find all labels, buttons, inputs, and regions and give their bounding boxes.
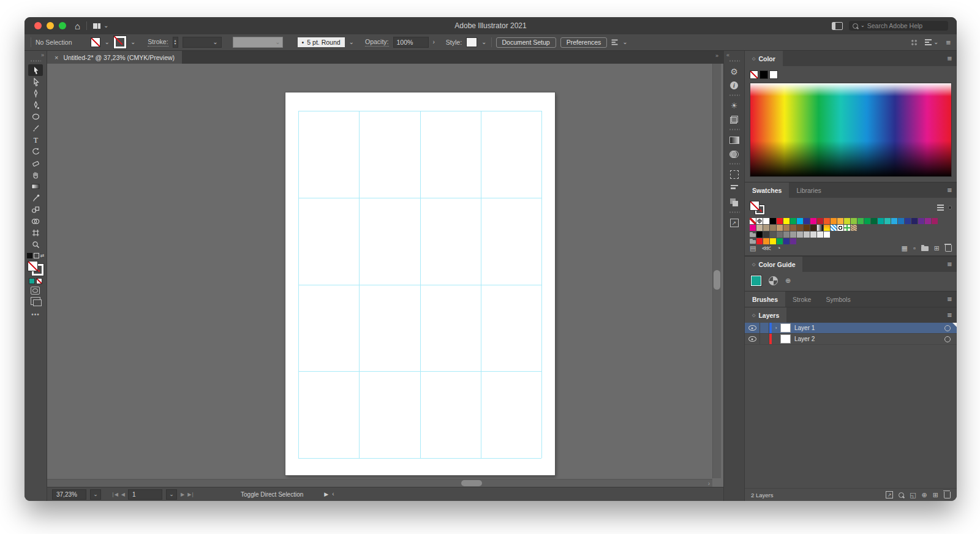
vertical-scroll-thumb[interactable] <box>714 270 720 290</box>
swatch[interactable] <box>905 218 911 224</box>
new-swatch-icon[interactable]: ⊞ <box>934 245 940 252</box>
style-chevron-icon[interactable]: ⌄ <box>481 39 486 45</box>
swatch[interactable] <box>790 218 796 224</box>
swatch[interactable] <box>777 231 783 238</box>
layer-row[interactable]: Layer 2 <box>745 334 957 345</box>
swatch[interactable] <box>770 225 776 231</box>
gradient-swatch[interactable] <box>817 225 823 231</box>
document-setup-button[interactable]: Document Setup <box>496 37 556 48</box>
touch-workspace-icon[interactable] <box>911 39 918 46</box>
gradient-icon[interactable] <box>724 133 744 147</box>
swatch[interactable] <box>777 225 783 231</box>
swatch[interactable] <box>817 218 823 224</box>
swatch[interactable] <box>837 218 843 224</box>
swatch[interactable] <box>851 218 857 224</box>
isolate-icon[interactable] <box>612 40 618 45</box>
color-themes-icon[interactable]: ◔ <box>777 245 781 252</box>
eyedropper-tool[interactable] <box>28 192 43 204</box>
swatch[interactable] <box>804 231 810 238</box>
swatch[interactable] <box>817 231 823 238</box>
clipping-mask-icon[interactable]: ◱ <box>910 492 916 498</box>
tab-stroke[interactable]: Stroke <box>785 291 818 307</box>
pathfinder-icon[interactable] <box>724 195 744 209</box>
brush-preset-dropdown[interactable]: • 5 pt. Round <box>298 37 345 47</box>
new-folder-icon[interactable] <box>921 246 929 251</box>
isolate-chevron-icon[interactable]: ⌄ <box>622 39 627 45</box>
canvas[interactable]: › <box>47 64 723 487</box>
workspace-switcher-icon[interactable] <box>93 23 100 29</box>
swatch[interactable] <box>763 238 769 244</box>
swatch[interactable] <box>891 218 897 224</box>
help-search-input[interactable]: ⌄ Search Adobe Help <box>849 21 948 31</box>
vertical-scrollbar[interactable] <box>712 64 721 478</box>
tab-brushes[interactable]: Brushes <box>745 291 785 307</box>
sidebar-toggle-icon[interactable] <box>832 22 843 30</box>
status-play-icon[interactable]: ▶ <box>324 491 328 497</box>
stroke-weight-stepper[interactable]: ▴▾ <box>173 37 178 48</box>
layer-name[interactable]: Layer 1 <box>794 325 815 331</box>
brush-chevron-icon[interactable]: ⌄ <box>349 39 354 45</box>
hscroll-chevron-icon[interactable]: › <box>708 480 710 487</box>
swatch[interactable] <box>763 231 769 238</box>
layer-row[interactable]: ›Layer 1 <box>745 323 957 334</box>
list-view-icon[interactable] <box>935 203 946 212</box>
pattern-swatch[interactable] <box>844 225 850 231</box>
swatch[interactable] <box>898 218 904 224</box>
limit-colors-icon[interactable] <box>769 276 778 285</box>
style-swatch[interactable] <box>466 37 477 47</box>
toolbar-drag-handle[interactable] <box>30 60 41 62</box>
swatch[interactable] <box>810 231 816 238</box>
swatch[interactable] <box>797 231 803 238</box>
stroke-weight-label[interactable]: Stroke: <box>148 38 168 47</box>
info-icon[interactable]: i <box>724 78 744 92</box>
brushes-menu-icon[interactable]: ≡ <box>947 295 952 303</box>
layer-target-icon[interactable] <box>944 336 951 342</box>
gear-icon[interactable]: ⚙ <box>724 64 744 78</box>
shape-builder-tool[interactable] <box>28 216 43 227</box>
swatch[interactable] <box>750 225 756 231</box>
swatch[interactable] <box>797 218 803 224</box>
registration-swatch[interactable] <box>756 218 763 224</box>
dock-drag-handle[interactable] <box>729 60 740 62</box>
swatches-fill-stroke-indicator[interactable] <box>750 201 764 214</box>
fill-chevron-icon[interactable]: ⌄ <box>105 39 110 45</box>
draw-mode-button[interactable] <box>31 287 40 295</box>
swatch[interactable] <box>790 238 796 244</box>
layer-lock-toggle[interactable] <box>760 323 769 333</box>
screen-mode-button[interactable] <box>31 297 40 305</box>
swatch[interactable] <box>884 218 891 224</box>
gradient-swatch[interactable] <box>824 225 830 231</box>
curvature-tool[interactable] <box>28 99 43 111</box>
swatch[interactable] <box>797 225 803 231</box>
swatch[interactable] <box>770 218 776 224</box>
color-swatch[interactable] <box>760 70 768 79</box>
swatch[interactable] <box>783 218 790 224</box>
swatch-options-icon[interactable]: ▫ <box>913 245 916 252</box>
swatch[interactable] <box>878 218 884 224</box>
swatch[interactable] <box>864 218 870 224</box>
swatch[interactable] <box>763 218 769 224</box>
edit-toolbar-icon[interactable]: ••• <box>31 311 40 318</box>
blend-tool[interactable] <box>28 204 43 216</box>
tab-layers[interactable]: ◇ Layers <box>745 307 786 323</box>
swatch-group-folder-icon[interactable] <box>750 231 756 238</box>
swatch[interactable] <box>831 218 837 224</box>
sun-icon[interactable]: ☀ <box>724 99 744 113</box>
align-icon[interactable] <box>724 181 744 195</box>
artboard[interactable] <box>285 92 555 475</box>
direct-selection-tool[interactable] <box>28 76 43 88</box>
fill-color-swatch[interactable] <box>91 37 100 47</box>
zoom-window-button[interactable] <box>59 22 66 29</box>
swatch[interactable] <box>844 218 850 224</box>
none-swatch[interactable] <box>750 218 756 224</box>
swatch[interactable] <box>790 231 796 238</box>
control-menu-icon[interactable]: ≡ <box>946 39 951 47</box>
layer-target-icon[interactable] <box>944 325 951 331</box>
stroke-color-swatch[interactable] <box>114 36 126 48</box>
pattern-swatch[interactable] <box>837 225 843 231</box>
new-layer-icon[interactable]: ⊞ <box>933 492 938 498</box>
none-swatch[interactable] <box>750 70 758 79</box>
swatch[interactable] <box>756 225 763 231</box>
swatch[interactable] <box>911 218 918 224</box>
swatch[interactable] <box>918 218 924 224</box>
